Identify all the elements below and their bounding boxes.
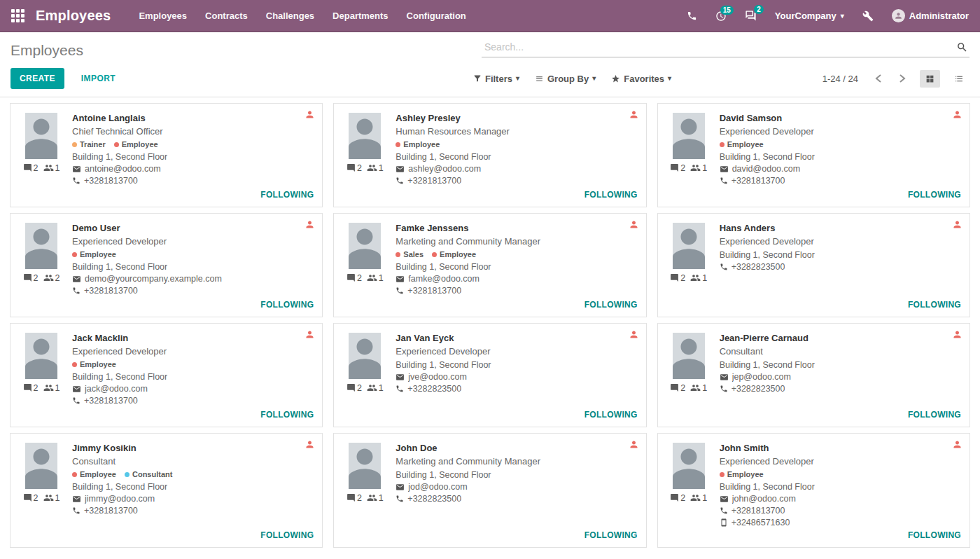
employee-name[interactable]: Hans Anders xyxy=(720,223,962,233)
following-button[interactable]: FOLLOWING xyxy=(260,529,315,540)
employee-phone[interactable]: +3282823500 xyxy=(720,262,962,272)
activities-icon[interactable]: 15 xyxy=(715,11,727,22)
favorites-dropdown[interactable]: Favorites▾ xyxy=(611,74,671,84)
employee-photo[interactable] xyxy=(673,223,705,269)
following-button[interactable]: FOLLOWING xyxy=(584,408,639,420)
message-count-badge[interactable]: 2 xyxy=(346,273,362,283)
employee-phone[interactable]: +3281813700 xyxy=(720,176,962,186)
employee-photo[interactable] xyxy=(25,333,57,379)
voip-phone-icon[interactable] xyxy=(687,11,697,21)
following-button[interactable]: FOLLOWING xyxy=(260,408,315,420)
filters-dropdown[interactable]: Filters▾ xyxy=(473,74,519,84)
employee-email[interactable]: ashley@odoo.com xyxy=(396,164,638,174)
developer-tools-icon[interactable] xyxy=(862,11,874,22)
employee-card[interactable]: 2 1 Famke Jenssens Marketing and Communi… xyxy=(333,213,646,317)
search-input[interactable] xyxy=(483,41,951,53)
follower-count-badge[interactable]: 1 xyxy=(690,382,707,393)
message-count-badge[interactable]: 2 xyxy=(670,383,685,393)
employee-photo[interactable] xyxy=(349,113,381,159)
message-count-badge[interactable]: 2 xyxy=(346,493,362,503)
message-count-badge[interactable]: 2 xyxy=(23,493,38,503)
employee-name[interactable]: Famke Jenssens xyxy=(396,223,638,233)
pager-next-button[interactable] xyxy=(893,71,911,86)
employee-name[interactable]: John Smith xyxy=(720,443,962,453)
message-count-badge[interactable]: 2 xyxy=(23,383,38,393)
message-count-badge[interactable]: 2 xyxy=(670,163,685,173)
message-count-badge[interactable]: 2 xyxy=(346,383,362,393)
employee-card[interactable]: 2 1 John Doe Marketing and Community Man… xyxy=(333,433,646,548)
employee-card[interactable]: 2 1 Hans Anders Experienced Developer Bu… xyxy=(657,213,970,317)
employee-photo[interactable] xyxy=(25,443,57,489)
employee-phone[interactable]: +3281813700 xyxy=(72,506,315,516)
employee-card[interactable]: 2 1 David Samson Experienced Developer E… xyxy=(657,103,970,207)
employee-email[interactable]: john@odoo.com xyxy=(720,494,962,504)
company-switcher[interactable]: YourCompany▾ xyxy=(775,11,844,21)
employee-name[interactable]: Jan Van Eyck xyxy=(396,333,638,343)
employee-mobile[interactable]: +32486571630 xyxy=(720,518,962,527)
following-button[interactable]: FOLLOWING xyxy=(584,188,639,200)
search-icon[interactable] xyxy=(956,41,968,53)
employee-phone[interactable]: +3282823500 xyxy=(720,384,962,394)
message-count-badge[interactable]: 2 xyxy=(23,273,38,283)
employee-name[interactable]: John Doe xyxy=(396,443,638,453)
employee-card[interactable]: 2 1 Ashley Presley Human Resources Manag… xyxy=(333,103,646,207)
employee-name[interactable]: Antoine Langlais xyxy=(72,113,315,123)
follower-count-badge[interactable]: 1 xyxy=(690,272,707,283)
employee-name[interactable]: David Samson xyxy=(720,113,962,123)
employee-card[interactable]: 2 1 John Smith Experienced Developer Emp… xyxy=(657,433,970,548)
messages-icon[interactable]: 2 xyxy=(745,10,757,22)
employee-email[interactable]: demo@yourcompany.example.com xyxy=(72,274,315,284)
menu-contracts[interactable]: Contracts xyxy=(205,11,248,21)
following-button[interactable]: FOLLOWING xyxy=(260,188,315,200)
apps-menu-icon[interactable] xyxy=(11,9,24,22)
employee-phone[interactable]: +3281813700 xyxy=(72,176,315,186)
employee-email[interactable]: jack@odoo.com xyxy=(72,384,315,394)
employee-phone[interactable]: +3282823500 xyxy=(396,384,638,394)
message-count-badge[interactable]: 2 xyxy=(670,493,685,503)
employee-card[interactable]: 2 1 Jan Van Eyck Experienced Developer B… xyxy=(333,323,646,427)
employee-email[interactable]: antoine@odoo.com xyxy=(72,164,315,174)
employee-phone[interactable]: +3282823500 xyxy=(396,494,638,504)
employee-name[interactable]: Jack Macklin xyxy=(72,333,315,343)
employee-card[interactable]: 2 1 Jack Macklin Experienced Developer E… xyxy=(10,323,323,427)
employee-name[interactable]: Jimmy Kosikin xyxy=(72,443,315,453)
follower-count-badge[interactable]: 1 xyxy=(367,272,384,283)
employee-email[interactable]: jimmy@odoo.com xyxy=(72,494,315,504)
employee-phone[interactable]: +3281813700 xyxy=(720,506,962,516)
employee-email[interactable]: david@odoo.com xyxy=(720,164,962,174)
employee-photo[interactable] xyxy=(349,443,381,489)
employee-photo[interactable] xyxy=(673,113,705,159)
employee-photo[interactable] xyxy=(25,113,57,159)
employee-phone[interactable]: +3281813700 xyxy=(396,286,638,296)
menu-challenges[interactable]: Challenges xyxy=(266,11,314,21)
following-button[interactable]: FOLLOWING xyxy=(260,298,315,310)
follower-count-badge[interactable]: 1 xyxy=(367,163,384,173)
employee-phone[interactable]: +3281813700 xyxy=(72,286,315,296)
employee-card[interactable]: 2 2 Demo User Experienced Developer Empl… xyxy=(10,213,323,317)
employee-name[interactable]: Ashley Presley xyxy=(396,113,638,123)
employee-photo[interactable] xyxy=(349,333,381,379)
follower-count-badge[interactable]: 1 xyxy=(690,492,707,503)
employee-card[interactable]: 2 1 Antoine Langlais Chief Technical Off… xyxy=(10,103,323,207)
follower-count-badge[interactable]: 1 xyxy=(367,382,384,393)
group-by-dropdown[interactable]: Group By▾ xyxy=(535,74,596,84)
message-count-badge[interactable]: 2 xyxy=(23,163,38,173)
following-button[interactable]: FOLLOWING xyxy=(908,529,962,540)
employee-photo[interactable] xyxy=(25,223,57,269)
kanban-view-button[interactable] xyxy=(920,70,940,88)
employee-email[interactable]: jep@odoo.com xyxy=(720,372,962,382)
employee-email[interactable]: jve@odoo.com xyxy=(396,372,638,382)
create-button[interactable]: CREATE xyxy=(10,68,64,89)
following-button[interactable]: FOLLOWING xyxy=(908,298,962,310)
message-count-badge[interactable]: 2 xyxy=(670,273,685,283)
employee-name[interactable]: Jean-Pierre Carnaud xyxy=(720,333,962,343)
employee-phone[interactable]: +3281813700 xyxy=(396,176,638,186)
follower-count-badge[interactable]: 1 xyxy=(43,492,60,503)
employee-card[interactable]: 2 1 Jimmy Kosikin Consultant EmployeeCon… xyxy=(10,433,323,548)
menu-employees[interactable]: Employees xyxy=(139,11,187,21)
employee-photo[interactable] xyxy=(349,223,381,269)
message-count-badge[interactable]: 2 xyxy=(346,163,362,173)
follower-count-badge[interactable]: 2 xyxy=(43,272,60,283)
follower-count-badge[interactable]: 1 xyxy=(43,163,60,173)
following-button[interactable]: FOLLOWING xyxy=(584,529,639,540)
